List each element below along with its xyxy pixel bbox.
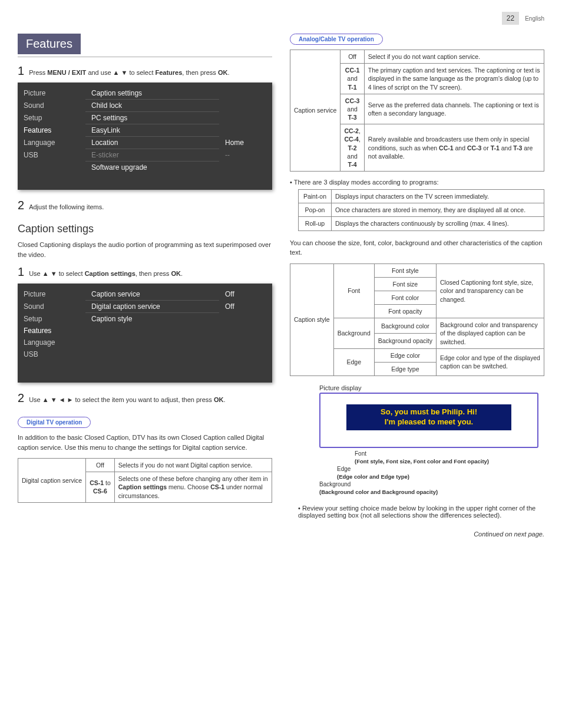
language-label: English <box>525 15 544 22</box>
caption-settings-heading: Caption settings <box>18 223 272 235</box>
step-number: 1 <box>18 265 24 279</box>
step-text: Adjust the following items. <box>29 203 104 212</box>
step-number: 2 <box>18 391 24 405</box>
caption-diagram: Picture display So, you must be Philip. … <box>290 384 544 495</box>
step-number: 1 <box>18 64 24 78</box>
modes-intro: • There are 3 display modes according to… <box>290 179 544 186</box>
digital-caption-table: Digital caption service Off Selects if y… <box>18 458 272 503</box>
step-text: Use ▲ ▼ to select Caption settings, then… <box>29 269 183 278</box>
features-heading: Features <box>18 34 81 54</box>
continued-note: Continued on next page. <box>290 531 544 538</box>
digital-op-intro: In addition to the basic Closed Caption,… <box>18 433 272 452</box>
caption-service-table: Caption service Off Select if you do not… <box>290 50 544 172</box>
caption-style-table: Caption style Font Font style Closed Cap… <box>290 263 544 377</box>
style-intro: You can choose the size, font, color, ba… <box>290 238 544 258</box>
analog-op-pill: Analog/Cable TV operation <box>290 34 383 45</box>
features-menu: PictureCaption settings SoundChild lock … <box>18 83 272 190</box>
step-text: Press MENU / EXIT and use ▲ ▼ to select … <box>29 68 229 77</box>
page-number: 22 <box>502 12 519 25</box>
review-note: • Review your setting choice made below … <box>298 505 544 519</box>
caption-menu: PictureCaption serviceOff SoundDigital c… <box>18 284 272 383</box>
step-number: 2 <box>18 199 24 212</box>
digital-op-pill: Digital TV operation <box>18 417 91 428</box>
step-text: Use ▲ ▼ ◄ ► to select the item you want … <box>29 396 225 404</box>
caption-intro: Closed Captioning displays the audio por… <box>18 240 272 259</box>
display-modes-table: Paint-onDisplays input characters on the… <box>298 189 544 231</box>
